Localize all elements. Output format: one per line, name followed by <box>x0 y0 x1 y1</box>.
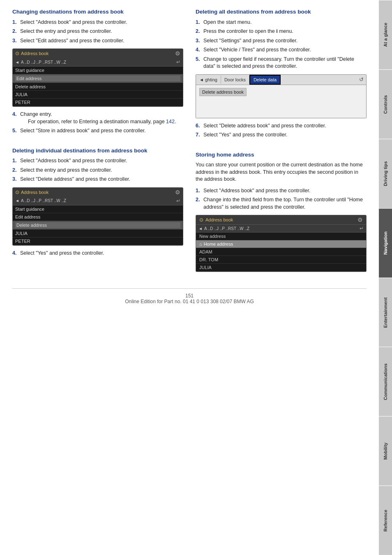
step-text: Select "Edit address" and press the cont… <box>20 37 124 45</box>
step-num: 1. <box>12 19 18 26</box>
right-column: Deleting all destinations from address b… <box>196 8 367 276</box>
step-subtext: For operation, refer to Entering a desti… <box>28 119 176 124</box>
screen-title-2: Address book <box>21 190 48 195</box>
row-text: Start guidance <box>15 68 180 73</box>
screen-row-peter: PETER <box>13 99 183 106</box>
delete-data-screen: ◄ ghting Door locks Delete data ↺ Delete… <box>196 74 367 118</box>
tab-reference[interactable]: Reference <box>379 486 392 555</box>
list-item: 5. Change to upper field if necessary. T… <box>196 56 367 70</box>
step-num: 1. <box>12 157 18 165</box>
step-num: 5. <box>196 56 201 70</box>
screen-row-julia-2: JULIA <box>13 230 183 237</box>
row-text: Delete address <box>15 84 180 89</box>
left-arrow-icon: ◄ <box>15 60 19 64</box>
addr-enter-icon: ↵ <box>360 226 364 231</box>
tab-controls[interactable]: Controls <box>379 69 392 139</box>
page-link[interactable]: 142 <box>166 119 175 124</box>
step-num: 7. <box>196 131 201 139</box>
addr-row-new: New address <box>196 233 366 240</box>
step-text: Select "Address book" and press the cont… <box>20 157 127 165</box>
refresh-icon: ↺ <box>357 76 366 83</box>
delete-screen-tabs: ◄ ghting Door locks Delete data ↺ <box>196 75 366 85</box>
addr-left-arrow-icon: ◄ <box>198 226 203 231</box>
step-num: 4. <box>196 46 201 54</box>
screen-header-2: ⊙ Address book ⚙ <box>13 188 183 197</box>
changing-steps-list-2: 4. Change entry. For operation, refer to… <box>12 111 183 135</box>
section-storing-home: Storing home address You can store your … <box>196 151 367 272</box>
deleting-all-steps-list: 1. Open the start menu. 2. Press the con… <box>196 19 367 70</box>
step-text: Select "Store in address book" and press… <box>20 127 146 135</box>
list-item: 3. Select "Delete address" and press the… <box>12 176 183 183</box>
enter-icon-2: ↵ <box>176 198 180 204</box>
section-changing-destinations: Changing destinations from address book … <box>12 8 183 135</box>
list-item: 1. Select "Address book" and press the c… <box>196 187 367 195</box>
addr-alpha-text: A ..D ..J ..P ..RST ..W ..Z <box>204 226 249 231</box>
screen-row-delete: Delete address <box>13 83 183 91</box>
addr-screen-title: Address book <box>205 217 233 222</box>
tab-mobility[interactable]: Mobility <box>379 416 392 486</box>
tab-entertainment[interactable]: Entertainment <box>379 278 392 347</box>
address-book-screen-1: ⊙ Address book ⚙ ◄ A ..D ..J ..P ..RST .… <box>12 48 183 107</box>
right-tab-bar: At a glance Controls Driving tips Naviga… <box>379 0 392 555</box>
screen-row-edit: Edit address <box>13 74 183 83</box>
tab-communications[interactable]: Communications <box>379 347 392 416</box>
tab-label: Driving tips <box>383 161 388 186</box>
step-num: 1. <box>196 19 201 26</box>
addr-screen-header: ⊙ Address book ⚙ <box>196 215 366 225</box>
list-item: 1. Select "Address book" and press the c… <box>12 157 183 165</box>
left-arrow-icon-2: ◄ <box>15 198 19 203</box>
tab-driving-tips[interactable]: Driving tips <box>379 139 392 208</box>
tab-label: At a glance <box>383 23 388 47</box>
tab-at-a-glance[interactable]: At a glance <box>379 0 392 69</box>
i-menu-bold: i <box>276 28 277 34</box>
screen-row-peter-2: PETER <box>13 237 183 245</box>
alpha-row-2: ◄ A ..D ..J ..P ..RST ..W ..Z ↵ <box>13 197 183 205</box>
row-text: JULIA <box>15 231 180 236</box>
screen-row-edit-2: Edit address <box>13 213 183 221</box>
row-text: Start guidance <box>15 207 180 212</box>
list-item: 3. Select "Settings" and press the contr… <box>196 37 367 45</box>
screen-body: Start guidance Edit address Delete addre… <box>13 67 183 106</box>
step-text: Select "Address book" and press the cont… <box>20 19 127 26</box>
tab-lighting: ◄ ghting <box>196 76 221 84</box>
storing-home-steps-list: 1. Select "Address book" and press the c… <box>196 187 367 211</box>
step-text: Select "Delete address book" and press t… <box>203 122 326 130</box>
row-text: PETER <box>15 239 180 244</box>
list-item: 4. Select "Yes" and press the controller… <box>12 250 183 257</box>
screen-row-start: Start guidance <box>13 67 183 74</box>
home-address-text: Home address <box>204 242 233 246</box>
alpha-text-2: A ..D ..J ..P ..RST ..W ..Z <box>21 198 66 203</box>
step-text: Press the controller to open the i menu. <box>203 28 293 35</box>
tab-label: Communications <box>383 364 388 400</box>
tab-label: Navigation <box>383 231 388 254</box>
tab-door-locks: Door locks <box>221 76 249 84</box>
tab-delete-data[interactable]: Delete data <box>249 75 281 85</box>
step-text: Select "Vehicle / Tires" and press the c… <box>203 46 311 54</box>
addr-screen-body: New address ⌂ Home address ADAM DR. TOM … <box>196 233 366 272</box>
addr-row-julia: JULIA <box>196 264 366 272</box>
screen-row-julia: JULIA <box>13 91 183 99</box>
section-deleting-all-title: Deleting all destinations from address b… <box>196 8 367 16</box>
enter-icon: ↵ <box>176 59 180 65</box>
alpha-text: A ..D ..J ..P ..RST ..W ..Z <box>21 60 66 64</box>
screen-header: ⊙ Address book ⚙ <box>13 49 183 58</box>
list-item: 7. Select "Yes" and press the controller… <box>196 131 367 139</box>
tab-label: Reference <box>383 509 388 531</box>
step-num: 4. <box>12 250 18 257</box>
step-num: 6. <box>196 122 201 130</box>
screen-row-start-2: Start guidance <box>13 205 183 213</box>
tab-navigation[interactable]: Navigation <box>379 208 392 278</box>
addr-alpha-row: ◄ A ..D ..J ..P ..RST ..W ..Z ↵ <box>196 225 366 233</box>
step-num: 4. <box>12 111 18 125</box>
address-book-icon: ⊙ <box>15 51 19 56</box>
list-item: 3. Select "Edit address" and press the c… <box>12 37 183 45</box>
step-text: Select "Yes" and press the controller. <box>20 250 104 257</box>
left-column: Changing destinations from address book … <box>12 8 183 276</box>
footer-text: Online Edition for Part no. 01 41 0 013 … <box>125 299 254 304</box>
screen-body-2: Start guidance Edit address Delete addre… <box>13 205 183 245</box>
list-item: 2. Change into the third field from the … <box>196 196 367 211</box>
step-num: 3. <box>196 37 201 45</box>
storing-home-intro: You can store your current position or t… <box>196 161 367 183</box>
addr-row-adam: ADAM <box>196 248 366 256</box>
addr-book-icon: ⊙ <box>199 217 203 223</box>
